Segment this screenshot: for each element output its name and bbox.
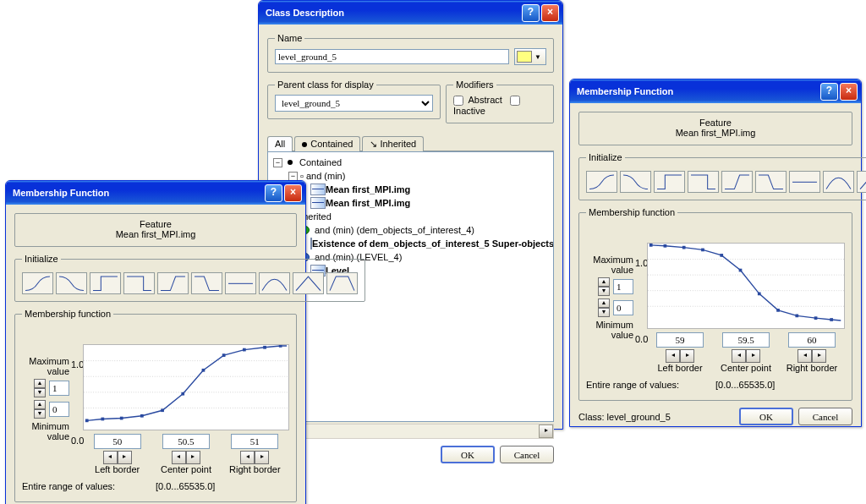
titlebar[interactable]: Membership Function ? × xyxy=(6,181,305,205)
abstract-check[interactable]: Abstract xyxy=(453,95,502,105)
min-label: Minimum value xyxy=(586,320,633,340)
curve-bell-icon[interactable] xyxy=(823,171,854,193)
left-border-nudge[interactable]: ◂▸ xyxy=(103,451,132,464)
svg-rect-10 xyxy=(202,369,206,372)
svg-rect-23 xyxy=(720,254,723,257)
right-border-input[interactable] xyxy=(788,332,836,348)
close-button[interactable]: × xyxy=(840,83,858,101)
close-button[interactable]: × xyxy=(541,4,559,22)
window-title: Membership Function xyxy=(13,188,263,198)
tabs: All Contained ↘Inherited xyxy=(267,135,554,151)
max-label: Maximum value xyxy=(586,255,633,275)
mf-chart-left[interactable] xyxy=(83,344,289,430)
max-input[interactable] xyxy=(613,279,633,294)
svg-rect-14 xyxy=(279,345,282,348)
scroll-right-icon[interactable]: ▸ xyxy=(539,425,553,438)
mf-chart-right[interactable] xyxy=(647,243,845,329)
window-title: Class Description xyxy=(266,8,520,18)
parent-label: Parent class for display xyxy=(275,79,376,90)
horizontal-scrollbar[interactable]: ◂▸ xyxy=(267,424,554,439)
color-picker[interactable]: ▼ xyxy=(514,48,546,65)
range-label: Entire range of values: xyxy=(22,481,156,491)
modifiers-label: Modifiers xyxy=(453,79,496,90)
tree-item-existence[interactable]: Existence of dem_objects_of_interest_5 S… xyxy=(312,237,554,250)
left-border-nudge[interactable]: ◂▸ xyxy=(666,349,694,363)
curve-ramp-down-icon[interactable] xyxy=(755,171,787,193)
min-spinner[interactable]: ▲▼ xyxy=(34,400,46,419)
tab-inherited[interactable]: ↘Inherited xyxy=(362,136,424,151)
right-border-nudge[interactable]: ◂▸ xyxy=(797,349,826,363)
center-point-nudge[interactable]: ◂▸ xyxy=(172,451,200,464)
max-spinner[interactable]: ▲▼ xyxy=(34,379,46,397)
name-input[interactable] xyxy=(275,49,509,64)
tree-item-mean2[interactable]: Mean first_MPI.img xyxy=(326,196,410,210)
tab-all[interactable]: All xyxy=(267,136,293,151)
left-border-input[interactable] xyxy=(656,332,704,348)
curve-flat-icon[interactable] xyxy=(789,171,820,193)
curve-flat-icon[interactable] xyxy=(225,272,256,294)
y-bot: 0.0 xyxy=(635,334,648,344)
min-input[interactable] xyxy=(613,300,633,315)
parent-select[interactable]: level_ground_5 xyxy=(275,95,433,112)
curve-step-down-icon[interactable] xyxy=(688,171,719,193)
min-input[interactable] xyxy=(49,402,69,417)
curve-trap-icon[interactable] xyxy=(326,272,358,294)
right-border-input[interactable] xyxy=(231,434,278,449)
svg-rect-9 xyxy=(181,392,184,396)
name-label: Name xyxy=(275,33,304,43)
mf-group: Membership function x/y Coordinates Maxi… xyxy=(14,309,297,502)
ok-button[interactable]: OK xyxy=(739,408,793,425)
curve-tri-icon[interactable] xyxy=(293,272,324,294)
min-spinner[interactable]: ▲▼ xyxy=(598,299,610,317)
collapse-icon[interactable]: − xyxy=(288,172,298,181)
titlebar[interactable]: Class Description ? × xyxy=(259,1,562,25)
svg-rect-22 xyxy=(701,249,704,252)
window-title: Membership Function xyxy=(577,86,819,96)
curve-ramp-down-icon[interactable] xyxy=(191,272,222,294)
curve-step-up-icon[interactable] xyxy=(654,171,685,193)
curve-ramp-up-icon[interactable] xyxy=(721,171,753,193)
svg-rect-13 xyxy=(263,346,266,349)
ok-button[interactable]: OK xyxy=(441,446,495,463)
help-button[interactable]: ? xyxy=(522,4,540,22)
class-name: Class: level_ground_5 xyxy=(578,412,734,422)
close-button[interactable]: × xyxy=(284,184,302,202)
curve-ramp-up-icon[interactable] xyxy=(157,272,189,294)
center-point-input[interactable] xyxy=(722,332,770,348)
svg-rect-4 xyxy=(85,419,89,422)
curve-step-down-icon[interactable] xyxy=(123,272,155,294)
curve-tri-icon[interactable] xyxy=(857,171,866,193)
center-point-input[interactable] xyxy=(162,434,210,449)
max-input[interactable] xyxy=(49,381,69,396)
curve-step-up-icon[interactable] xyxy=(90,272,121,294)
center-point-nudge[interactable]: ◂▸ xyxy=(732,349,760,363)
cancel-button[interactable]: Cancel xyxy=(500,446,554,463)
cancel-button[interactable]: Cancel xyxy=(798,408,852,425)
svg-rect-24 xyxy=(739,269,743,272)
parent-group: Parent class for display level_ground_5 xyxy=(267,79,441,119)
range-value: [0.0...65535.0] xyxy=(156,481,289,491)
tab-contained[interactable]: Contained xyxy=(294,136,360,151)
dot-icon xyxy=(288,160,293,165)
collapse-icon[interactable]: − xyxy=(273,158,282,167)
initialize-group: Initialize xyxy=(578,152,866,200)
mf-group: Membership function x/y Coordinates Maxi… xyxy=(578,207,852,401)
tree-item-mean1[interactable]: Mean first_MPI.img xyxy=(326,183,410,196)
curve-s-down-icon[interactable] xyxy=(56,272,87,294)
curve-icon xyxy=(310,197,326,209)
curve-s-up-icon[interactable] xyxy=(22,272,53,294)
titlebar[interactable]: Membership Function ? × xyxy=(570,79,861,103)
left-border-input[interactable] xyxy=(94,434,141,449)
curve-bell-icon[interactable] xyxy=(259,272,290,294)
curve-icon xyxy=(310,184,326,195)
curve-s-up-icon[interactable] xyxy=(586,171,617,193)
help-button[interactable]: ? xyxy=(820,83,838,101)
curve-s-down-icon[interactable] xyxy=(620,171,651,193)
svg-rect-25 xyxy=(758,293,761,296)
init-buttons xyxy=(22,272,358,294)
max-spinner[interactable]: ▲▼ xyxy=(598,277,610,296)
right-border-nudge[interactable]: ◂▸ xyxy=(240,451,269,464)
feature-group: Feature Mean first_MPI.img xyxy=(14,213,297,247)
help-button[interactable]: ? xyxy=(265,184,282,202)
feature-group: Feature Mean first_MPI.img xyxy=(578,112,852,145)
